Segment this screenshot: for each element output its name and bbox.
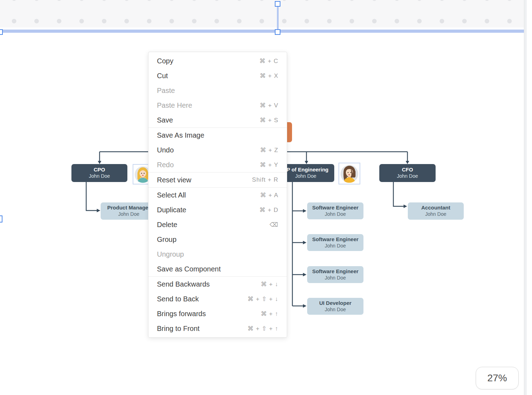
selection-connector-line — [277, 4, 279, 32]
menu-section-clipboard: Copy ⌘ + C Cut ⌘ + X Paste Paste Here ⌘ … — [148, 54, 287, 127]
node-software-engineer-1[interactable]: Software Engineer John Doe — [307, 202, 363, 219]
node-title: UI Developer — [319, 300, 352, 307]
menu-item-duplicate[interactable]: Duplicate ⌘ + D — [148, 202, 287, 217]
menu-item-group[interactable]: Group — [148, 232, 287, 247]
node-title: Software Engineer — [312, 236, 359, 243]
node-person: John Doe — [118, 211, 139, 218]
menu-item-label: Cut — [157, 72, 168, 80]
menu-item-label: Paste — [157, 87, 175, 95]
menu-item-copy[interactable]: Copy ⌘ + C — [148, 54, 287, 68]
menu-item-shortcut: ⌘ + ↑ — [261, 310, 278, 318]
zoom-level-badge[interactable]: 27% — [476, 367, 519, 389]
menu-item-redo[interactable]: Redo ⌘ + Y — [148, 157, 287, 172]
menu-item-label: Bring to Front — [157, 325, 200, 333]
node-person: John Doe — [325, 275, 346, 281]
selection-handle-left[interactable] — [0, 29, 3, 35]
menu-item-shortcut: ⌘ + ⇧ + ↑ — [248, 325, 279, 332]
node-person: John Doe — [325, 307, 346, 313]
selected-lane-bar[interactable] — [0, 30, 524, 33]
node-person: John Doe — [425, 211, 446, 218]
menu-item-label: Send Backwards — [157, 280, 210, 288]
menu-item-shortcut: ⌘ + Y — [260, 161, 278, 169]
menu-section-edit: Select All ⌘ + A Duplicate ⌘ + D Delete … — [148, 187, 287, 276]
menu-item-paste-here[interactable]: Paste Here ⌘ + V — [148, 98, 287, 113]
node-title: Accountant — [421, 205, 450, 211]
avatar-brunette-woman[interactable] — [338, 163, 360, 184]
menu-item-shortcut: Shift + R — [252, 176, 278, 183]
context-menu: Copy ⌘ + C Cut ⌘ + X Paste Paste Here ⌘ … — [148, 52, 287, 338]
menu-item-shortcut: ⌘ + V — [260, 102, 278, 109]
node-title: CPO — [94, 167, 105, 173]
menu-section-arrange: Send Backwards ⌘ + ↓ Send to Back ⌘ + ⇧ … — [148, 276, 287, 336]
menu-item-send-backwards[interactable]: Send Backwards ⌘ + ↓ — [148, 277, 287, 291]
menu-item-shortcut: ⌘ + D — [259, 206, 278, 214]
menu-item-save-as-image[interactable]: Save As Image — [148, 128, 287, 143]
menu-item-label: Save As Image — [157, 131, 204, 139]
node-title: VP of Engineering — [283, 167, 329, 173]
menu-item-shortcut: ⌘ + X — [260, 72, 278, 80]
menu-item-label: Delete — [157, 221, 177, 229]
node-person: John Doe — [325, 211, 346, 218]
node-person: John Doe — [295, 173, 316, 180]
menu-item-save[interactable]: Save ⌘ + S — [148, 113, 287, 127]
node-cpo[interactable]: CPO John Doe — [71, 164, 127, 182]
menu-item-label: Group — [157, 236, 177, 244]
menu-item-label: Duplicate — [157, 206, 186, 214]
menu-item-label: Send to Back — [157, 295, 199, 303]
node-person: John Doe — [325, 243, 346, 249]
menu-item-reset-view[interactable]: Reset view Shift + R — [148, 173, 287, 187]
menu-item-shortcut: ⌘ + Z — [260, 146, 278, 154]
menu-section-view: Reset view Shift + R — [148, 172, 287, 187]
menu-item-ungroup[interactable]: Ungroup — [148, 247, 287, 262]
menu-item-label: Ungroup — [157, 250, 184, 258]
avatar-brunette-woman-image — [339, 163, 360, 184]
menu-item-save-as-component[interactable]: Save as Component — [148, 262, 287, 276]
menu-item-label: Redo — [157, 161, 174, 169]
menu-item-label: Select All — [157, 191, 186, 199]
menu-item-shortcut: ⌘ + ↓ — [261, 281, 278, 288]
menu-item-shortcut: ⌘ + ⇧ + ↓ — [248, 295, 279, 303]
node-title: Software Engineer — [312, 205, 359, 211]
node-person: John Doe — [89, 173, 110, 180]
menu-section-history: Save As Image Undo ⌘ + Z Redo ⌘ + Y — [148, 127, 287, 172]
menu-item-label: Paste Here — [157, 101, 192, 109]
node-cfo[interactable]: CFO John Doe — [379, 164, 436, 182]
menu-item-shortcut: ⌘ + C — [259, 57, 278, 65]
menu-item-paste[interactable]: Paste — [148, 83, 287, 98]
menu-item-select-all[interactable]: Select All ⌘ + A — [148, 188, 287, 202]
menu-item-send-to-back[interactable]: Send to Back ⌘ + ⇧ + ↓ — [148, 291, 287, 306]
menu-item-undo[interactable]: Undo ⌘ + Z — [148, 143, 287, 157]
menu-item-label: Undo — [157, 146, 174, 154]
selection-handle-bottom[interactable] — [275, 29, 280, 35]
node-title: CFO — [402, 167, 413, 173]
diagram-canvas[interactable]: CPO John Doe VP of Engineering John Doe … — [0, 0, 532, 395]
node-title: Product Manager — [107, 205, 151, 211]
node-software-engineer-3[interactable]: Software Engineer John Doe — [307, 266, 363, 283]
menu-item-label: Reset view — [157, 176, 191, 184]
menu-item-cut[interactable]: Cut ⌘ + X — [148, 68, 287, 83]
menu-item-shortcut: ⌘ + A — [260, 192, 278, 199]
selection-handle-top[interactable] — [275, 1, 280, 7]
selection-handle-left-mid[interactable] — [0, 215, 2, 222]
menu-item-label: Save as Component — [157, 265, 221, 273]
node-person: John Doe — [397, 173, 418, 180]
menu-item-label: Save — [157, 116, 173, 124]
node-accountant[interactable]: Accountant John Doe — [408, 202, 464, 220]
menu-item-delete[interactable]: Delete ⌫ — [148, 217, 287, 232]
menu-item-label: Copy — [157, 57, 173, 65]
menu-item-label: Brings forwards — [157, 310, 206, 318]
zoom-level-value: 27% — [487, 372, 507, 384]
menu-item-shortcut: ⌘ + S — [260, 117, 278, 124]
menu-item-brings-forwards[interactable]: Brings forwards ⌘ + ↑ — [148, 306, 287, 321]
menu-item-bring-to-front[interactable]: Bring to Front ⌘ + ⇧ + ↑ — [148, 321, 287, 336]
node-title: Software Engineer — [312, 268, 359, 275]
node-ui-developer[interactable]: UI Developer John Doe — [307, 298, 363, 315]
node-software-engineer-2[interactable]: Software Engineer John Doe — [307, 234, 363, 251]
backspace-icon: ⌫ — [270, 221, 278, 228]
